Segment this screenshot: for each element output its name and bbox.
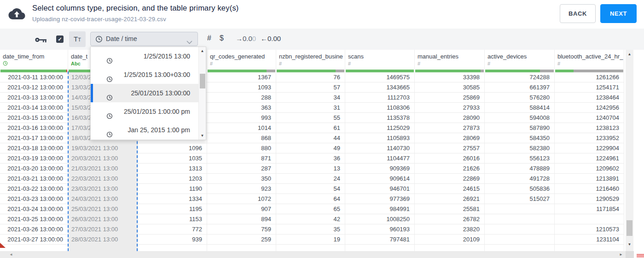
table-cell[interactable]: 1213891 (555, 174, 624, 184)
table-cell[interactable]: 30585 (415, 82, 484, 93)
table-cell[interactable]: 1261266 (555, 72, 624, 82)
table-cell[interactable]: 1233952 (555, 133, 624, 143)
scroll-right-icon[interactable]: ► (619, 252, 623, 257)
table-cell[interactable]: 2021-03-15 13:00:00 (0, 113, 68, 123)
table-cell[interactable]: 1229904 (555, 143, 624, 153)
number-type-button[interactable]: # (207, 34, 211, 42)
selected-checkbox[interactable]: ✓ (56, 35, 64, 43)
column-header[interactable]: bluetooth_active_24_hr_ (555, 50, 624, 61)
table-cell[interactable]: 2021-03-19 13:00:00 (0, 153, 68, 164)
scroll-down-icon[interactable]: ▼ (199, 134, 206, 138)
table-cell[interactable]: 587890 (485, 123, 554, 133)
table-cell[interactable] (485, 224, 554, 235)
table-cell[interactable]: 288 (207, 93, 276, 103)
scroll-left-icon[interactable]: ◄ (9, 252, 13, 257)
table-cell[interactable]: 2021-03-25 13:00:00 (0, 214, 68, 224)
table-cell[interactable]: 907 (207, 204, 276, 214)
table-cell[interactable]: 21/03/2021 13:00 (68, 164, 138, 174)
table-cell[interactable]: 24615 (415, 184, 484, 194)
table-cell[interactable]: 26782 (415, 214, 484, 224)
table-cell[interactable]: 1104477 (345, 153, 414, 164)
decrease-precision-button[interactable]: ←0.00 (261, 35, 281, 42)
table-cell[interactable]: 13 (276, 164, 345, 174)
column-header[interactable]: date_time_from (0, 50, 68, 61)
table-cell[interactable]: 28069 (415, 133, 484, 143)
table-cell[interactable]: 556123 (485, 153, 554, 164)
table-cell[interactable]: 2021-03-21 13:00:00 (0, 174, 68, 184)
table-cell[interactable]: 977369 (345, 194, 414, 204)
table-cell[interactable]: 20/03/2021 13:00 (68, 153, 138, 164)
table-cell[interactable]: 939 (138, 235, 207, 245)
table-cell[interactable]: 31 (276, 103, 345, 113)
table-cell[interactable]: 1190 (138, 184, 207, 194)
table-cell[interactable]: 42 (276, 214, 345, 224)
table-cell[interactable]: 1125029 (345, 123, 414, 133)
dropdown-option[interactable]: 1/25/2015 13:00+03:00 (91, 65, 206, 84)
table-cell[interactable]: 2021-03-13 13:00:00 (0, 93, 68, 103)
primary-key-icon[interactable] (35, 36, 47, 45)
table-cell[interactable]: 797481 (345, 235, 414, 245)
table-cell[interactable]: 1135378 (345, 113, 414, 123)
table-cell[interactable]: 1153 (138, 214, 207, 224)
scroll-up-icon[interactable]: ▲ (626, 52, 633, 56)
table-cell[interactable]: 49 (276, 143, 345, 153)
table-cell[interactable]: 1254171 (555, 82, 624, 93)
table-cell[interactable]: 1209602 (555, 164, 624, 174)
table-cell[interactable]: 26921 (415, 194, 484, 204)
table-cell[interactable]: 871 (207, 153, 276, 164)
table-cell[interactable]: 1238464 (555, 93, 624, 103)
table-cell[interactable]: 2021-03-11 13:00:00 (0, 72, 68, 82)
table-horizontal-scrollbar[interactable]: ◄ ► (0, 251, 634, 258)
vertical-scrollbar-thumb[interactable] (627, 220, 632, 236)
dropdown-option[interactable]: 25/01/2015 13:00:00 (91, 84, 206, 102)
table-cell[interactable]: 1112703 (345, 93, 414, 103)
table-cell[interactable]: 923 (207, 184, 276, 194)
table-cell[interactable]: 25581 (415, 204, 484, 214)
text-type-button[interactable]: TT (69, 31, 86, 47)
table-cell[interactable]: 76 (276, 72, 345, 82)
table-cell[interactable]: 26016 (415, 153, 484, 164)
table-cell[interactable]: 1240704 (555, 113, 624, 123)
table-cell[interactable]: 22/03/2021 13:00 (68, 174, 138, 184)
table-cell[interactable]: 946701 (345, 184, 414, 194)
table-cell[interactable]: 582380 (485, 143, 554, 153)
table-cell[interactable]: 2021-03-24 13:00:00 (0, 204, 68, 214)
table-cell[interactable]: 1224961 (555, 153, 624, 164)
table-cell[interactable]: 2021-03-12 13:00:00 (0, 82, 68, 93)
table-cell[interactable]: 909614 (345, 174, 414, 184)
table-cell[interactable]: 57 (276, 82, 345, 93)
table-cell[interactable]: 65 (276, 204, 345, 214)
next-button[interactable]: NEXT (600, 4, 637, 23)
table-cell[interactable]: 1334 (138, 194, 207, 204)
table-cell[interactable]: 868 (207, 133, 276, 143)
table-cell[interactable]: 1231104 (555, 235, 624, 245)
table-cell[interactable]: 1195 (138, 204, 207, 214)
table-cell[interactable]: 1108306 (345, 103, 414, 113)
table-cell[interactable]: 27/03/2021 13:00 (68, 224, 138, 235)
table-cell[interactable] (555, 214, 624, 224)
table-cell[interactable]: 1313 (138, 164, 207, 174)
table-cell[interactable]: 1367 (207, 72, 276, 82)
dropdown-option[interactable]: Jan 25, 2015 1:00 pm (91, 121, 206, 139)
table-cell[interactable]: 1290529 (555, 194, 624, 204)
table-cell[interactable]: 64 (276, 194, 345, 204)
column-header[interactable]: qr_codes_generated (207, 50, 276, 61)
table-cell[interactable]: 2021-03-14 13:00:00 (0, 103, 68, 113)
table-cell[interactable]: 25869 (415, 93, 484, 103)
table-cell[interactable]: 894 (207, 214, 276, 224)
table-cell[interactable]: 28/03/2021 13:00 (68, 235, 138, 245)
dropdown-scrollbar-thumb[interactable] (200, 74, 205, 88)
table-cell[interactable]: 1242956 (555, 103, 624, 113)
table-cell[interactable]: 55 (276, 113, 345, 123)
table-cell[interactable]: 54 (276, 184, 345, 194)
table-cell[interactable]: 1238123 (555, 123, 624, 133)
table-cell[interactable]: 27933 (415, 103, 484, 113)
column-header[interactable]: manual_entries (415, 50, 484, 61)
table-cell[interactable]: 1343665 (345, 82, 414, 93)
table-cell[interactable]: 24 (276, 174, 345, 184)
table-cell[interactable]: 27873 (415, 123, 484, 133)
scroll-up-icon[interactable]: ▲ (199, 49, 206, 53)
table-cell[interactable]: 36 (276, 153, 345, 164)
table-cell[interactable]: 576280 (485, 93, 554, 103)
table-cell[interactable]: 19 (276, 235, 345, 245)
